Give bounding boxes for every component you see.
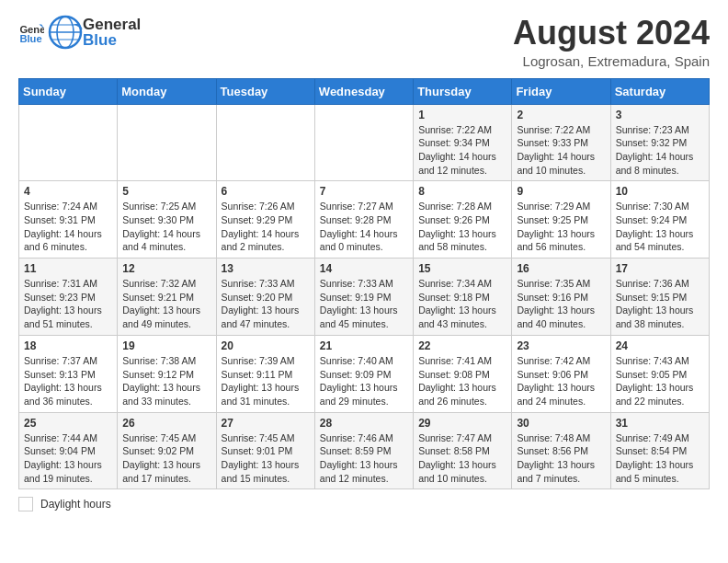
calendar-table: SundayMondayTuesdayWednesdayThursdayFrid…	[18, 78, 710, 490]
day-number: 12	[122, 262, 210, 275]
calendar-cell	[19, 104, 118, 181]
main-title: August 2024	[513, 15, 710, 52]
calendar-cell: 7Sunrise: 7:27 AM Sunset: 9:28 PM Daylig…	[314, 181, 413, 259]
calendar-cell: 1Sunrise: 7:22 AM Sunset: 9:34 PM Daylig…	[414, 104, 512, 181]
day-number: 22	[418, 339, 506, 352]
day-number: 11	[24, 262, 112, 275]
calendar-cell: 5Sunrise: 7:25 AM Sunset: 9:30 PM Daylig…	[118, 181, 216, 259]
header-cell-friday: Friday	[512, 78, 610, 104]
day-info: Sunrise: 7:48 AM Sunset: 8:56 PM Dayligh…	[517, 431, 605, 486]
calendar-week-row: 4Sunrise: 7:24 AM Sunset: 9:31 PM Daylig…	[19, 181, 710, 259]
day-number: 27	[222, 417, 310, 430]
header-cell-saturday: Saturday	[610, 78, 709, 104]
day-info: Sunrise: 7:43 AM Sunset: 9:05 PM Dayligh…	[616, 354, 704, 408]
day-info: Sunrise: 7:33 AM Sunset: 9:20 PM Dayligh…	[222, 277, 310, 331]
calendar-cell: 30Sunrise: 7:48 AM Sunset: 8:56 PM Dayli…	[512, 412, 610, 489]
calendar-cell: 24Sunrise: 7:43 AM Sunset: 9:05 PM Dayli…	[610, 335, 709, 412]
title-area: August 2024 Logrosan, Extremadura, Spain	[513, 15, 710, 69]
day-number: 18	[24, 339, 112, 352]
calendar-cell: 12Sunrise: 7:32 AM Sunset: 9:21 PM Dayli…	[118, 259, 216, 336]
calendar-cell	[314, 104, 413, 181]
day-info: Sunrise: 7:39 AM Sunset: 9:11 PM Dayligh…	[222, 354, 310, 408]
logo-icon: General Blue	[18, 19, 44, 45]
header-cell-sunday: Sunday	[19, 78, 118, 104]
header: General Blue General Blue	[18, 15, 710, 69]
day-number: 24	[616, 339, 704, 352]
day-number: 3	[616, 109, 704, 121]
calendar-cell: 27Sunrise: 7:45 AM Sunset: 9:01 PM Dayli…	[216, 412, 314, 489]
calendar-week-row: 11Sunrise: 7:31 AM Sunset: 9:23 PM Dayli…	[19, 259, 710, 336]
header-cell-thursday: Thursday	[414, 78, 512, 104]
day-info: Sunrise: 7:26 AM Sunset: 9:29 PM Dayligh…	[222, 200, 310, 254]
calendar-cell: 29Sunrise: 7:47 AM Sunset: 8:58 PM Dayli…	[414, 412, 512, 489]
day-info: Sunrise: 7:24 AM Sunset: 9:31 PM Dayligh…	[24, 200, 112, 254]
day-info: Sunrise: 7:29 AM Sunset: 9:25 PM Dayligh…	[517, 200, 605, 254]
day-number: 9	[517, 185, 605, 198]
calendar-cell: 25Sunrise: 7:44 AM Sunset: 9:04 PM Dayli…	[19, 412, 118, 489]
day-number: 28	[320, 417, 408, 430]
day-info: Sunrise: 7:28 AM Sunset: 9:26 PM Dayligh…	[418, 200, 506, 254]
day-info: Sunrise: 7:25 AM Sunset: 9:30 PM Dayligh…	[122, 200, 210, 254]
day-info: Sunrise: 7:40 AM Sunset: 9:09 PM Dayligh…	[320, 354, 408, 408]
calendar-cell: 2Sunrise: 7:22 AM Sunset: 9:33 PM Daylig…	[512, 104, 610, 181]
day-info: Sunrise: 7:45 AM Sunset: 9:01 PM Dayligh…	[222, 431, 310, 486]
calendar-cell	[118, 104, 216, 181]
calendar-cell: 4Sunrise: 7:24 AM Sunset: 9:31 PM Daylig…	[19, 181, 118, 259]
day-info: Sunrise: 7:49 AM Sunset: 8:54 PM Dayligh…	[616, 431, 704, 486]
calendar-cell: 28Sunrise: 7:46 AM Sunset: 8:59 PM Dayli…	[314, 412, 413, 489]
daylight-label: Daylight hours	[40, 498, 111, 511]
day-number: 17	[616, 262, 704, 275]
calendar-cell: 16Sunrise: 7:35 AM Sunset: 9:16 PM Dayli…	[512, 259, 610, 336]
logo-blue-text: Blue	[83, 32, 141, 48]
day-info: Sunrise: 7:36 AM Sunset: 9:15 PM Dayligh…	[616, 277, 704, 331]
day-info: Sunrise: 7:30 AM Sunset: 9:24 PM Dayligh…	[616, 200, 704, 254]
day-number: 20	[222, 339, 310, 352]
day-info: Sunrise: 7:44 AM Sunset: 9:04 PM Dayligh…	[24, 431, 112, 486]
subtitle: Logrosan, Extremadura, Spain	[513, 53, 710, 69]
day-info: Sunrise: 7:22 AM Sunset: 9:34 PM Dayligh…	[418, 123, 506, 178]
calendar-cell: 10Sunrise: 7:30 AM Sunset: 9:24 PM Dayli…	[610, 181, 709, 259]
day-number: 6	[222, 185, 310, 198]
day-number: 29	[418, 417, 506, 430]
day-number: 31	[616, 417, 704, 430]
calendar-cell: 9Sunrise: 7:29 AM Sunset: 9:25 PM Daylig…	[512, 181, 610, 259]
day-number: 16	[517, 262, 605, 275]
calendar-cell: 14Sunrise: 7:33 AM Sunset: 9:19 PM Dayli…	[314, 259, 413, 336]
day-info: Sunrise: 7:45 AM Sunset: 9:02 PM Dayligh…	[122, 431, 210, 486]
day-info: Sunrise: 7:37 AM Sunset: 9:13 PM Dayligh…	[24, 354, 112, 408]
day-info: Sunrise: 7:32 AM Sunset: 9:21 PM Dayligh…	[122, 277, 210, 331]
calendar-week-row: 1Sunrise: 7:22 AM Sunset: 9:34 PM Daylig…	[19, 104, 710, 181]
day-info: Sunrise: 7:46 AM Sunset: 8:59 PM Dayligh…	[320, 431, 408, 486]
day-info: Sunrise: 7:33 AM Sunset: 9:19 PM Dayligh…	[320, 277, 408, 331]
calendar-cell: 31Sunrise: 7:49 AM Sunset: 8:54 PM Dayli…	[610, 412, 709, 489]
day-info: Sunrise: 7:38 AM Sunset: 9:12 PM Dayligh…	[122, 354, 210, 408]
calendar-body: 1Sunrise: 7:22 AM Sunset: 9:34 PM Daylig…	[19, 104, 710, 489]
day-info: Sunrise: 7:23 AM Sunset: 9:32 PM Dayligh…	[616, 123, 704, 178]
day-number: 7	[320, 185, 408, 198]
day-number: 26	[122, 417, 210, 430]
svg-text:Blue: Blue	[19, 33, 41, 44]
header-row: SundayMondayTuesdayWednesdayThursdayFrid…	[19, 78, 710, 104]
day-info: Sunrise: 7:22 AM Sunset: 9:33 PM Dayligh…	[517, 123, 605, 178]
calendar-cell: 11Sunrise: 7:31 AM Sunset: 9:23 PM Dayli…	[19, 259, 118, 336]
calendar-cell: 18Sunrise: 7:37 AM Sunset: 9:13 PM Dayli…	[19, 335, 118, 412]
day-number: 23	[517, 339, 605, 352]
calendar-week-row: 18Sunrise: 7:37 AM Sunset: 9:13 PM Dayli…	[19, 335, 710, 412]
day-number: 14	[320, 262, 408, 275]
calendar-cell: 22Sunrise: 7:41 AM Sunset: 9:08 PM Dayli…	[414, 335, 512, 412]
day-number: 2	[517, 109, 605, 121]
calendar-cell: 19Sunrise: 7:38 AM Sunset: 9:12 PM Dayli…	[118, 335, 216, 412]
footer: Daylight hours	[18, 497, 710, 511]
calendar-cell: 3Sunrise: 7:23 AM Sunset: 9:32 PM Daylig…	[610, 104, 709, 181]
header-cell-tuesday: Tuesday	[216, 78, 314, 104]
day-info: Sunrise: 7:41 AM Sunset: 9:08 PM Dayligh…	[418, 354, 506, 408]
day-info: Sunrise: 7:42 AM Sunset: 9:06 PM Dayligh…	[517, 354, 605, 408]
day-number: 10	[616, 185, 704, 198]
calendar-cell: 13Sunrise: 7:33 AM Sunset: 9:20 PM Dayli…	[216, 259, 314, 336]
calendar-cell: 20Sunrise: 7:39 AM Sunset: 9:11 PM Dayli…	[216, 335, 314, 412]
day-number: 15	[418, 262, 506, 275]
day-number: 25	[24, 417, 112, 430]
day-number: 21	[320, 339, 408, 352]
day-number: 5	[122, 185, 210, 198]
day-number: 13	[222, 262, 310, 275]
